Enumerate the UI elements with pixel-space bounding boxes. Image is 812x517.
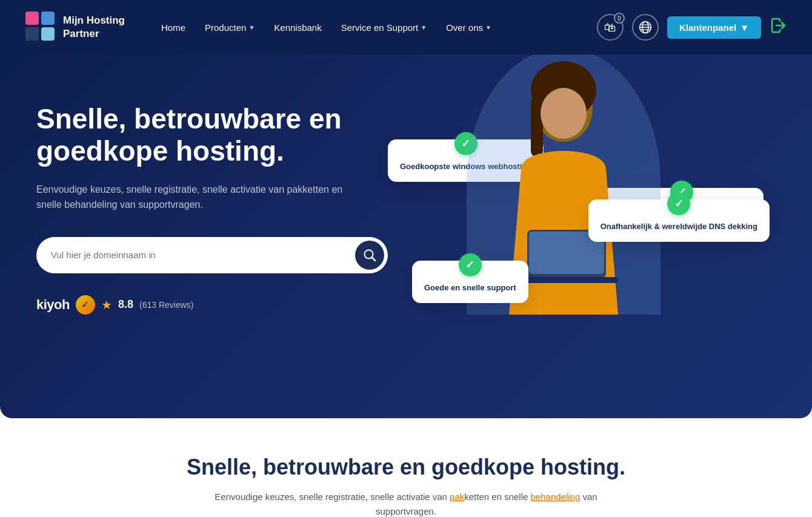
chevron-down-icon: ▼: [485, 24, 491, 31]
kiyoh-label: kiyoh: [36, 297, 70, 313]
hero-subtitle: Eenvoudige keuzes, snelle registratie, s…: [36, 182, 351, 213]
logo-text: Mijn Hosting Partner: [63, 14, 125, 41]
svg-rect-3: [41, 27, 55, 41]
highlight-behandeling: behandeling: [531, 492, 581, 502]
cart-button[interactable]: 🛍 0: [597, 14, 624, 41]
hero-left: Snelle, betrouwbare en goedkope hosting.…: [36, 91, 388, 315]
feature-card-text: Onafhankelijk & wereldwijde DNS dekking: [601, 221, 757, 232]
nav-over-ons[interactable]: Over ons ▼: [446, 22, 491, 33]
hero-title: Snelle, betrouwbare en goedkope hosting.: [36, 103, 388, 167]
kiyoh-reviews: (613 Reviews): [139, 300, 193, 310]
chevron-down-icon: ▼: [421, 24, 427, 31]
svg-rect-17: [515, 277, 618, 283]
language-button[interactable]: [632, 14, 659, 41]
nav-links: Home Producten ▼ Kennisbank Service en S…: [161, 22, 597, 33]
kiyoh-rating: kiyoh ✓ ★ 8.8 (613 Reviews): [36, 295, 388, 315]
feature-card-support: ✓ Goede en snelle support: [412, 261, 528, 303]
svg-rect-2: [25, 27, 39, 41]
logo[interactable]: Mijn Hosting Partner: [24, 10, 125, 44]
nav-producten[interactable]: Producten ▼: [205, 22, 255, 33]
chevron-down-icon: ▼: [248, 24, 255, 31]
hero-section: Snelle, betrouwbare en goedkope hosting.…: [0, 55, 812, 418]
search-bar: [36, 237, 388, 273]
cart-badge: 0: [614, 13, 625, 24]
bottom-subtitle: Eenvoudige keuzes, snelle registratie, s…: [194, 490, 618, 517]
nav-home[interactable]: Home: [161, 22, 185, 33]
check-icon: ✓: [667, 192, 690, 215]
domain-search-input[interactable]: [51, 250, 355, 260]
chevron-down-icon: ▼: [740, 22, 749, 33]
check-icon: ✓: [459, 253, 482, 276]
kiyoh-score: 8.8: [118, 298, 133, 311]
klantenpanel-button[interactable]: Klantenpanel ▼: [667, 16, 761, 39]
svg-rect-0: [25, 12, 39, 25]
hero-right: ✓ Goedkoopste windows webhosting ✓ Snels…: [351, 91, 776, 315]
bottom-section: Snelle, betrouwbare en goedkope hosting.…: [0, 418, 812, 517]
feature-card-text: Goede en snelle support: [424, 282, 516, 293]
highlight-pak: pak: [450, 492, 464, 502]
star-icon: ★: [101, 298, 112, 312]
svg-rect-13: [531, 96, 543, 157]
nav-actions: 🛍 0 Klantenpanel ▼: [597, 14, 788, 41]
nav-service-support[interactable]: Service en Support ▼: [341, 22, 427, 33]
logout-button[interactable]: [770, 16, 788, 39]
logo-icon: [24, 10, 56, 44]
navbar: Mijn Hosting Partner Home Producten ▼ Ke…: [0, 0, 812, 55]
svg-rect-1: [41, 12, 55, 25]
kiyoh-badge-icon: ✓: [76, 295, 95, 315]
svg-point-14: [541, 88, 587, 139]
bottom-title: Snelle, betrouwbare en goedkope hosting.: [24, 455, 788, 480]
nav-kennisbank[interactable]: Kennisbank: [274, 22, 321, 33]
feature-card-dns: ✓ Onafhankelijk & wereldwijde DNS dekkin…: [588, 199, 770, 242]
